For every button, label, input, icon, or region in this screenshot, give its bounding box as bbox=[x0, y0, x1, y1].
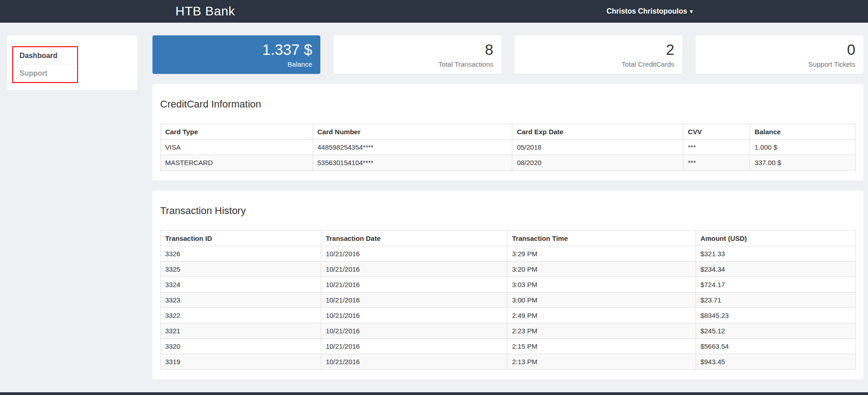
cell-transaction-id: 3322 bbox=[161, 308, 321, 323]
cell-amount: $245.12 bbox=[696, 323, 855, 339]
creditcard-table-body: VISA 448598254354**** 05/2018 *** 1.000 … bbox=[161, 140, 856, 171]
transaction-row: 3324 10/21/2016 3:03 PM $724.17 bbox=[161, 277, 856, 293]
stat-label: Total CreditCards bbox=[523, 60, 674, 68]
cell-transaction-time: 2:13 PM bbox=[507, 354, 696, 370]
sidebar-nav-highlight-box: Dashboard Support bbox=[12, 46, 78, 83]
column-header-transaction-time: Transaction Time bbox=[507, 231, 696, 246]
cell-transaction-date: 10/21/2016 bbox=[321, 246, 507, 262]
cell-transaction-time: 2:23 PM bbox=[507, 323, 696, 339]
transaction-header-row: Transaction ID Transaction Date Transact… bbox=[161, 231, 856, 246]
cell-transaction-id: 3323 bbox=[161, 293, 321, 308]
transaction-history-panel: Transaction History Transaction ID Trans… bbox=[152, 190, 863, 380]
cell-balance: 1.000 $ bbox=[750, 140, 856, 155]
transaction-row: 3321 10/21/2016 2:23 PM $245.12 bbox=[161, 323, 856, 339]
cell-transaction-time: 3:29 PM bbox=[507, 246, 696, 262]
cell-transaction-date: 10/21/2016 bbox=[321, 308, 507, 323]
stat-label: Support Tickets bbox=[704, 60, 855, 68]
stat-card-total-creditcards: 2 Total CreditCards bbox=[515, 35, 682, 74]
transaction-row: 3319 10/21/2016 2:13 PM $943.45 bbox=[161, 354, 856, 370]
cell-amount: $321.33 bbox=[696, 246, 855, 262]
cell-transaction-date: 10/21/2016 bbox=[321, 354, 507, 370]
cell-cvv: *** bbox=[683, 140, 750, 155]
cell-transaction-id: 3320 bbox=[161, 339, 321, 354]
user-name: Christos Christopoulos bbox=[607, 7, 687, 15]
cell-amount: $8345.23 bbox=[696, 308, 855, 323]
cell-transaction-time: 2:15 PM bbox=[507, 339, 696, 354]
cell-card-type: VISA bbox=[161, 140, 313, 155]
transaction-table: Transaction ID Transaction Date Transact… bbox=[160, 230, 856, 370]
cell-card-exp-date: 05/2018 bbox=[512, 140, 683, 155]
cell-transaction-date: 10/21/2016 bbox=[321, 339, 507, 354]
cell-transaction-id: 3326 bbox=[161, 246, 321, 262]
stat-value: 2 bbox=[523, 41, 674, 59]
transaction-row: 3326 10/21/2016 3:29 PM $321.33 bbox=[161, 246, 856, 262]
creditcard-row: MASTERCARD 535630154104**** 08/2020 *** … bbox=[161, 155, 856, 171]
cell-transaction-id: 3325 bbox=[161, 262, 321, 277]
main-content: 1.337 $ Balance 8 Total Transactions 2 T… bbox=[152, 35, 863, 380]
top-navbar: HTB Bank Christos Christopoulos ▾ bbox=[0, 0, 868, 23]
cell-transaction-time: 3:03 PM bbox=[507, 277, 696, 293]
stat-value: 8 bbox=[342, 41, 493, 59]
creditcard-table-wrap: Card Type Card Number Card Exp Date CVV … bbox=[152, 124, 863, 180]
navbar-container: HTB Bank Christos Christopoulos ▾ bbox=[169, 0, 700, 23]
cell-amount: $234.34 bbox=[696, 262, 855, 277]
cell-transaction-date: 10/21/2016 bbox=[321, 277, 507, 293]
stat-card-total-transactions: 8 Total Transactions bbox=[333, 35, 501, 74]
cell-balance: 337.00 $ bbox=[750, 155, 856, 171]
column-header-transaction-date: Transaction Date bbox=[321, 231, 507, 246]
transaction-row: 3322 10/21/2016 2:49 PM $8345.23 bbox=[161, 308, 856, 323]
stat-value: 1.337 $ bbox=[161, 41, 312, 59]
page-body: Dashboard Support 1.337 $ Balance 8 Tota… bbox=[0, 23, 868, 392]
cell-transaction-id: 3321 bbox=[161, 323, 321, 339]
column-header-amount: Amount (USD) bbox=[696, 231, 855, 246]
stat-value: 0 bbox=[704, 41, 855, 59]
caret-down-icon: ▾ bbox=[690, 9, 692, 14]
cell-transaction-date: 10/21/2016 bbox=[321, 262, 507, 277]
cell-transaction-id: 3324 bbox=[161, 277, 321, 293]
user-dropdown[interactable]: Christos Christopoulos ▾ bbox=[607, 7, 693, 15]
cell-card-number: 448598254354**** bbox=[313, 140, 512, 155]
creditcard-table: Card Type Card Number Card Exp Date CVV … bbox=[160, 124, 856, 171]
column-header-card-number: Card Number bbox=[313, 124, 512, 140]
cell-amount: $5663.54 bbox=[696, 339, 855, 354]
creditcard-panel: CreditCard Information Card Type Card Nu… bbox=[152, 84, 863, 180]
transaction-row: 3323 10/21/2016 3:00 PM $23.71 bbox=[161, 293, 856, 308]
stat-card-balance: 1.337 $ Balance bbox=[152, 35, 320, 74]
sidebar: Dashboard Support bbox=[7, 35, 137, 90]
creditcard-panel-title: CreditCard Information bbox=[152, 84, 863, 124]
cell-transaction-date: 10/21/2016 bbox=[321, 293, 507, 308]
column-header-cvv: CVV bbox=[683, 124, 750, 140]
transaction-table-wrap: Transaction ID Transaction Date Transact… bbox=[152, 230, 863, 380]
sidebar-item-support[interactable]: Support bbox=[13, 65, 77, 82]
column-header-balance: Balance bbox=[750, 124, 856, 140]
column-header-transaction-id: Transaction ID bbox=[161, 231, 321, 246]
cell-transaction-date: 10/21/2016 bbox=[321, 323, 507, 339]
cell-cvv: *** bbox=[683, 155, 750, 171]
creditcard-header-row: Card Type Card Number Card Exp Date CVV … bbox=[161, 124, 856, 140]
creditcard-row: VISA 448598254354**** 05/2018 *** 1.000 … bbox=[161, 140, 856, 155]
stat-label: Balance bbox=[161, 60, 312, 68]
transaction-table-body: 3326 10/21/2016 3:29 PM $321.33 3325 10/… bbox=[161, 246, 856, 370]
brand-link[interactable]: HTB Bank bbox=[176, 4, 235, 19]
cell-card-exp-date: 08/2020 bbox=[512, 155, 683, 171]
stat-card-support-tickets: 0 Support Tickets bbox=[696, 35, 863, 74]
column-header-card-type: Card Type bbox=[161, 124, 313, 140]
cell-amount: $724.17 bbox=[696, 277, 855, 293]
column-header-card-exp-date: Card Exp Date bbox=[512, 124, 683, 140]
cell-transaction-time: 2:49 PM bbox=[507, 308, 696, 323]
transaction-row: 3325 10/21/2016 3:20 PM $234.34 bbox=[161, 262, 856, 277]
transaction-history-title: Transaction History bbox=[152, 190, 863, 230]
transaction-row: 3320 10/21/2016 2:15 PM $5663.54 bbox=[161, 339, 856, 354]
sidebar-item-dashboard[interactable]: Dashboard bbox=[13, 47, 77, 65]
sidebar-card: Dashboard Support bbox=[7, 35, 137, 90]
cell-card-type: MASTERCARD bbox=[161, 155, 313, 171]
cell-transaction-id: 3319 bbox=[161, 354, 321, 370]
cell-amount: $943.45 bbox=[696, 354, 855, 370]
stats-row: 1.337 $ Balance 8 Total Transactions 2 T… bbox=[152, 35, 863, 74]
cell-transaction-time: 3:20 PM bbox=[507, 262, 696, 277]
stat-label: Total Transactions bbox=[342, 60, 493, 68]
cell-card-number: 535630154104**** bbox=[313, 155, 512, 171]
cell-amount: $23.71 bbox=[696, 293, 855, 308]
footer-bar bbox=[0, 392, 868, 395]
cell-transaction-time: 3:00 PM bbox=[507, 293, 696, 308]
